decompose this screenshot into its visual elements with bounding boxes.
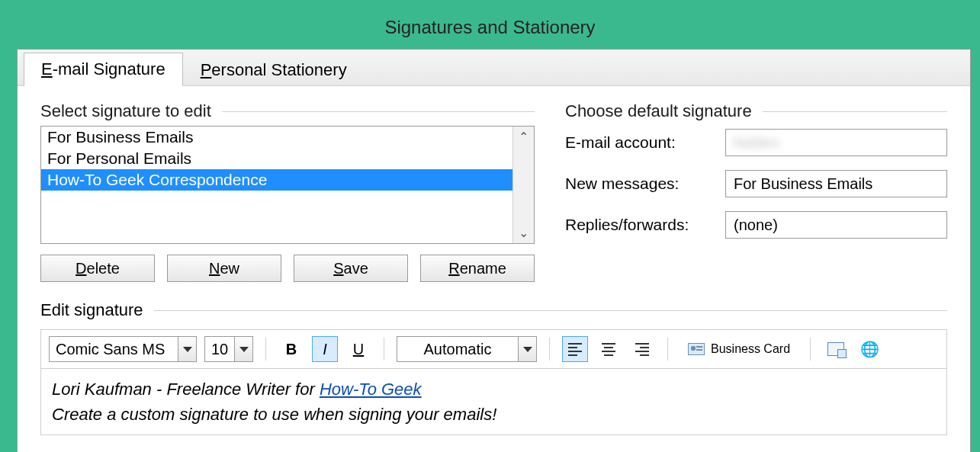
replies-forwards-combo[interactable]: (none)	[725, 211, 947, 239]
business-card-icon	[688, 343, 705, 355]
picture-icon	[827, 342, 844, 356]
tab-email-signature[interactable]: E-mail Signature	[24, 53, 183, 86]
email-account-combo[interactable]: hidden	[725, 129, 947, 156]
font-name-combo[interactable]: Comic Sans MS	[49, 336, 178, 362]
new-button[interactable]: New	[167, 255, 281, 282]
align-left-button[interactable]	[562, 336, 588, 362]
align-right-button[interactable]	[629, 336, 655, 362]
signature-editor[interactable]: Lori Kaufman - Freelance Writer for How-…	[40, 369, 947, 435]
select-signature-label: Select signature to edit	[40, 101, 535, 121]
edit-signature-label: Edit signature	[18, 290, 970, 326]
rename-button[interactable]: Rename	[420, 255, 535, 282]
save-button[interactable]: Save	[294, 255, 408, 282]
link-icon: 🌐	[860, 340, 879, 358]
window-title: Signatures and Stationery	[9, 9, 971, 49]
font-name-dropdown-icon[interactable]	[178, 336, 197, 362]
delete-button[interactable]: Delete	[40, 255, 155, 282]
signature-text: Lori Kaufman - Freelance Writer for	[52, 380, 320, 399]
new-messages-combo[interactable]: For Business Emails	[725, 170, 947, 197]
default-signature-label: Choose default signature	[565, 101, 947, 121]
email-account-label: E-mail account:	[565, 133, 710, 152]
font-color-combo[interactable]: Automatic	[397, 336, 519, 362]
align-center-button[interactable]	[596, 336, 622, 362]
business-card-button[interactable]: Business Card	[680, 336, 798, 362]
signature-item[interactable]: For Personal Emails	[41, 148, 512, 169]
listbox-scrollbar[interactable]: ⌃ ⌄	[512, 127, 534, 243]
signature-hyperlink[interactable]: How-To Geek	[320, 380, 422, 399]
signature-toolbar: Comic Sans MS 10 B I U Automatic	[40, 329, 947, 369]
insert-hyperlink-button[interactable]: 🌐	[856, 336, 882, 362]
font-color-dropdown-icon[interactable]	[519, 336, 537, 362]
bold-button[interactable]: B	[278, 336, 304, 362]
italic-button[interactable]: I	[312, 336, 338, 362]
scroll-up-icon[interactable]: ⌃	[519, 127, 529, 147]
scroll-down-icon[interactable]: ⌄	[519, 223, 529, 243]
font-size-dropdown-icon[interactable]	[235, 336, 253, 362]
signature-item[interactable]: For Business Emails	[41, 127, 512, 148]
signature-listbox[interactable]: For Business Emails For Personal Emails …	[40, 126, 535, 244]
insert-picture-button[interactable]	[823, 336, 849, 362]
signature-text: Create a custom signature to use when si…	[52, 402, 936, 427]
tab-personal-stationery[interactable]: Personal Stationery	[183, 53, 365, 86]
new-messages-label: New messages:	[565, 175, 710, 193]
underline-button[interactable]: U	[345, 336, 371, 362]
signature-item[interactable]: How-To Geek Correspondence	[41, 169, 512, 191]
font-size-combo[interactable]: 10	[204, 336, 235, 362]
tabs-row: E-mail Signature Personal Stationery	[18, 50, 970, 86]
replies-forwards-label: Replies/forwards:	[565, 216, 710, 234]
